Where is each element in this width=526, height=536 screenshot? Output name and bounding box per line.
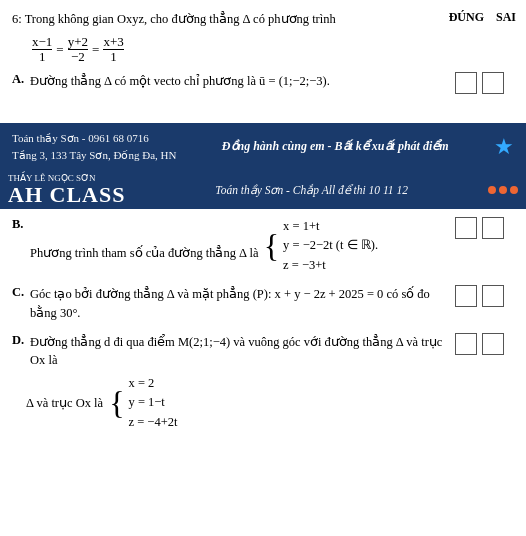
eq-equals-2: = [92, 42, 99, 58]
option-d-text: Đường thẳng d đi qua điểm M(2;1;−4) và v… [30, 333, 454, 371]
fraction-1: x−1 1 [32, 35, 52, 65]
option-d-box-2[interactable] [482, 333, 504, 355]
banner-left: Toán thầy Sơn - 0961 68 0716 Tầng 3, 133… [12, 130, 176, 163]
frac1-num: x−1 [32, 35, 52, 49]
dots-row [488, 186, 518, 194]
option-c-box-1[interactable] [455, 285, 477, 307]
option-c-label: C. [12, 285, 26, 300]
pw-b-2: y = −2−2t (t ∈ ℝ). [283, 236, 378, 255]
equation-row: x−1 1 = y+2 −2 = x+3 1 [32, 35, 514, 65]
option-c-box-2[interactable] [482, 285, 504, 307]
main-content: B. Phương trình tham số của đường thẳng … [0, 209, 526, 440]
option-d-boxes [455, 333, 504, 355]
option-d-label: D. [12, 333, 26, 348]
frac3-num: x+3 [103, 35, 123, 49]
logo-subtitle: Toán thầy Sơn - Chắp All để thi 10 11 12 [215, 183, 408, 197]
ah-class-label: AH CLASS [8, 184, 125, 206]
option-a-boxes [455, 72, 504, 94]
question-text: Trong không gian Oxyz, cho đường thẳng Δ… [25, 12, 336, 26]
fraction-3: x+3 1 [103, 35, 123, 65]
question-number: 6: [12, 12, 22, 26]
option-a-label: A. [12, 72, 26, 87]
option-d-row: D. Đường thẳng d đi qua điểm M(2;1;−4) v… [12, 333, 514, 371]
banner-phone: Toán thầy Sơn - 0961 68 0716 [12, 130, 176, 147]
star-icon: ★ [494, 134, 514, 160]
brace-b: { [264, 230, 279, 262]
option-a-box-2[interactable] [482, 72, 504, 94]
option-b-label: B. [12, 217, 26, 232]
pw-d-2: y = 1−t [129, 393, 178, 412]
option-b-boxes [455, 217, 504, 239]
option-a-vector: ū = (1;−2;−3). [259, 74, 330, 88]
banner-address: Tầng 3, 133 Tây Sơn, Đống Đa, HN [12, 147, 176, 164]
frac1-den: 1 [32, 50, 52, 64]
option-c-row: C. Góc tạo bởi đường thẳng Δ và mặt phẳn… [12, 285, 514, 323]
label-dung: ĐÚNG [449, 10, 484, 25]
frac2-den: −2 [68, 50, 88, 64]
option-b-row: B. Phương trình tham số của đường thẳng … [12, 217, 514, 275]
frac3-den: 1 [103, 50, 123, 64]
piecewise-d: x = 2 y = 1−t z = −4+2t [129, 374, 178, 432]
option-a-box-1[interactable] [455, 72, 477, 94]
logo-left: THẦY LÊ NGỌC SƠN AH CLASS [8, 174, 125, 206]
fraction-2: y+2 −2 [68, 35, 88, 65]
piecewise-b: x = 1+t y = −2−2t (t ∈ ℝ). z = −3+t [283, 217, 378, 275]
eq-equals-1: = [56, 42, 63, 58]
pw-b-1: x = 1+t [283, 217, 378, 236]
option-d-prefix: Δ và trục Ox là [26, 395, 103, 411]
banner-slogan: Đồng hành cùng em - Bất kể xuất phát điể… [222, 139, 449, 154]
pw-d-1: x = 2 [129, 374, 178, 393]
option-a-row: A. Đường thẳng Δ có một vecto chỉ phương… [12, 72, 514, 91]
option-c-boxes [455, 285, 504, 307]
option-b-box-1[interactable] [455, 217, 477, 239]
logo-bar: THẦY LÊ NGỌC SƠN AH CLASS Toán thầy Sơn … [0, 170, 526, 209]
option-d-piecewise-row: Δ và trục Ox là { x = 2 y = 1−t z = −4+2… [26, 374, 514, 432]
option-d-box-1[interactable] [455, 333, 477, 355]
option-b-box-2[interactable] [482, 217, 504, 239]
option-c-text: Góc tạo bởi đường thẳng Δ và mặt phẳng (… [30, 285, 454, 323]
brace-d: { [109, 387, 124, 419]
pw-d-3: z = −4+2t [129, 413, 178, 432]
frac2-num: y+2 [68, 35, 88, 49]
dot-3 [510, 186, 518, 194]
pw-b-3: z = −3+t [283, 256, 378, 275]
option-a-text: Đường thẳng Δ có một vecto chỉ phương là… [30, 72, 454, 91]
option-b-text: Phương trình tham số của đường thẳng Δ l… [30, 217, 454, 275]
dot-2 [499, 186, 507, 194]
dot-1 [488, 186, 496, 194]
banner: Toán thầy Sơn - 0961 68 0716 Tầng 3, 133… [0, 123, 526, 170]
label-sai: SAI [496, 10, 516, 25]
